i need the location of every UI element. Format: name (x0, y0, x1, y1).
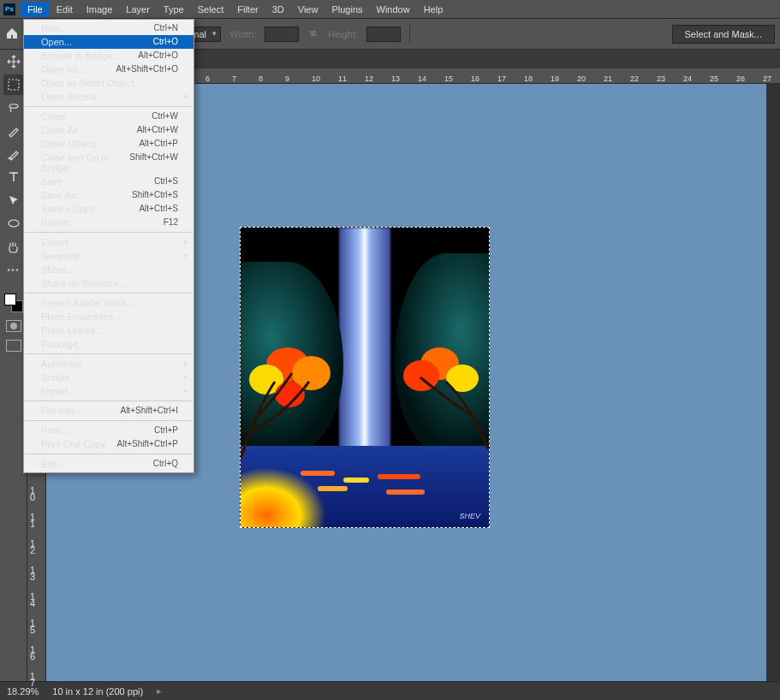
menu-item-revert[interactable]: RevertF12 (24, 216, 194, 229)
menu-plugins[interactable]: Plugins (325, 2, 369, 17)
menu-item-open-recent[interactable]: Open Recent (24, 90, 194, 104)
width-field (265, 27, 299, 42)
menu-window[interactable]: Window (370, 2, 417, 17)
status-chevron-icon[interactable]: ▸ (157, 685, 162, 697)
more-tools[interactable]: ••• (3, 259, 24, 280)
menu-item-generate[interactable]: Generate (24, 249, 194, 263)
menu-select[interactable]: Select (191, 2, 231, 17)
menu-item-automate[interactable]: Automate (24, 357, 194, 371)
menu-item-save-a-copy[interactable]: Save a Copy...Alt+Ctrl+S (24, 202, 194, 216)
menu-item-file-info[interactable]: File Info...Alt+Shift+Ctrl+I (24, 404, 194, 418)
menu-item-place-linked[interactable]: Place Linked... (24, 323, 194, 337)
menu-item-browse-in-bridge[interactable]: Browse in Bridge...Alt+Ctrl+O (24, 49, 194, 62)
menu-item-share[interactable]: Share... (24, 263, 194, 276)
menu-item-open-as[interactable]: Open As...Alt+Shift+Ctrl+O (24, 62, 194, 76)
move-tool[interactable] (3, 51, 24, 72)
file-menu: New...Ctrl+NOpen...Ctrl+OBrowse in Bridg… (23, 19, 194, 473)
height-label: Height: (328, 29, 358, 39)
app-icon: Ps (3, 3, 15, 15)
status-bar: 18.29% 10 in x 12 in (200 ppi) ▸ (0, 681, 780, 700)
svg-point-1 (9, 220, 19, 227)
quick-mask-icon[interactable] (6, 320, 21, 332)
hand-tool[interactable] (3, 236, 24, 257)
menu-item-search-adobe-stock[interactable]: Search Adobe Stock... (24, 296, 194, 310)
height-field (366, 27, 401, 42)
menu-item-print[interactable]: Print...Ctrl+P (24, 424, 194, 437)
menu-item-close-and-go-to-bridge[interactable]: Close and Go to Bridge...Shift+Ctrl+W (24, 151, 194, 175)
image-selection[interactable]: SHEV (240, 227, 490, 528)
menu-item-print-one-copy[interactable]: Print One CopyAlt+Shift+Ctrl+P (24, 437, 194, 451)
menu-edit[interactable]: Edit (50, 2, 80, 17)
menu-item-package: Package... (24, 337, 194, 351)
menu-item-close-all[interactable]: Close AllAlt+Ctrl+W (24, 123, 194, 137)
menu-type[interactable]: Type (157, 2, 191, 17)
menu-image[interactable]: Image (80, 2, 120, 17)
menu-item-scripts[interactable]: Scripts (24, 371, 194, 384)
menu-item-open[interactable]: Open...Ctrl+O (24, 35, 194, 49)
menu-item-export[interactable]: Export (24, 235, 194, 249)
menu-item-close-others: Close OthersAlt+Ctrl+P (24, 137, 194, 151)
color-swatches[interactable] (4, 294, 23, 312)
menubar: Ps FileEditImageLayerTypeSelectFilter3DV… (0, 0, 780, 19)
width-label: Width: (229, 29, 256, 39)
eraser-tool[interactable] (3, 144, 24, 164)
menu-file[interactable]: File (21, 2, 50, 17)
swap-icon[interactable] (307, 27, 319, 41)
svg-rect-0 (9, 80, 19, 90)
menu-item-exit[interactable]: ExitCtrl+Q (24, 457, 194, 471)
lasso-tool[interactable] (3, 98, 24, 118)
menu-3d[interactable]: 3D (265, 2, 291, 17)
doc-info[interactable]: 10 in x 12 in (200 ppi) (52, 686, 143, 697)
brush-tool[interactable] (3, 121, 24, 141)
screen-mode-icon[interactable] (6, 340, 21, 352)
artist-signature: SHEV (459, 512, 480, 520)
text-tool[interactable] (3, 167, 24, 187)
menu-view[interactable]: View (291, 2, 325, 17)
menu-filter[interactable]: Filter (230, 2, 265, 17)
home-icon[interactable] (5, 27, 19, 42)
marquee-tool[interactable] (3, 74, 24, 95)
menu-item-save-as[interactable]: Save As...Shift+Ctrl+S (24, 188, 194, 202)
menu-item-save[interactable]: SaveCtrl+S (24, 175, 194, 188)
select-and-mask-button[interactable]: Select and Mask... (672, 25, 776, 44)
path-tool[interactable] (3, 190, 24, 211)
menu-item-open-as-smart-object[interactable]: Open as Smart Object... (24, 76, 194, 90)
ellipse-tool[interactable] (3, 213, 24, 234)
menu-item-import[interactable]: Import (24, 384, 194, 398)
menu-item-share-on-behance[interactable]: Share on Behance... (24, 276, 194, 290)
menu-item-new[interactable]: New...Ctrl+N (24, 21, 194, 35)
menu-item-close[interactable]: CloseCtrl+W (24, 110, 194, 123)
menu-help[interactable]: Help (417, 2, 450, 17)
menu-item-place-embedded[interactable]: Place Embedded... (24, 310, 194, 323)
menu-layer[interactable]: Layer (119, 2, 157, 17)
